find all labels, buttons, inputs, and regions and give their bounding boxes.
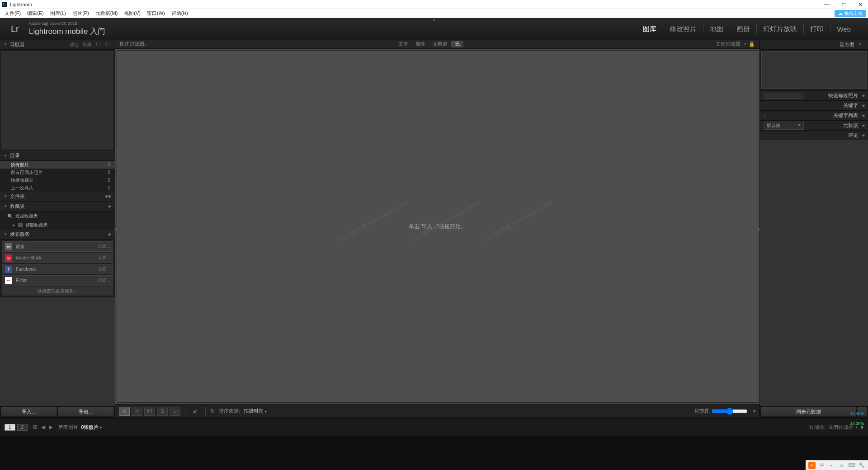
filmstrip-close-filter[interactable]: 关闭过滤器: [828, 424, 853, 431]
minimize-button[interactable]: —: [824, 1, 830, 8]
watermark: 小小软件迷 www.xxrjm.com: [410, 199, 481, 244]
publish-facebook[interactable]: fFacebook设置...: [2, 264, 113, 274]
keywording-header[interactable]: 关键字◀: [760, 100, 868, 110]
keyword-list-header[interactable]: + 关键字列表◀: [760, 110, 868, 120]
toolbar-menu-icon[interactable]: ▾: [753, 408, 756, 414]
menu-file[interactable]: 文件(F): [2, 9, 24, 18]
menu-window[interactable]: 窗口(W): [144, 9, 168, 18]
primary-display[interactable]: 1: [5, 424, 15, 431]
nav-back-icon[interactable]: ◀: [41, 424, 45, 430]
sync-metadata-button[interactable]: 同步元数据: [761, 407, 856, 417]
filmstrip[interactable]: [0, 436, 868, 470]
grid-view-button[interactable]: ⊞: [119, 407, 130, 416]
filter-close[interactable]: 关闭过滤器: [712, 41, 744, 47]
main-area: ▼ 导航器 适合 填满 1:1 3:1 ▼ 目录 所有照片0 所有已同步照片0 …: [0, 40, 868, 418]
catalog-header[interactable]: ▼ 目录: [0, 151, 115, 161]
metadata-header[interactable]: 默认值≡ 元数据◀: [760, 120, 868, 130]
chevron-down-icon: ▼: [858, 42, 862, 47]
menu-view[interactable]: 视图(V): [121, 9, 143, 18]
tray-keyboard-icon[interactable]: ⌨: [848, 462, 855, 469]
lock-icon[interactable]: 🔒: [749, 41, 755, 47]
filter-metadata[interactable]: 元数据: [429, 41, 451, 47]
menu-photo[interactable]: 照片(P): [70, 9, 92, 18]
filter-collections[interactable]: 🔍 过滤收藏夹: [0, 212, 115, 221]
navigator-preview[interactable]: [1, 51, 113, 150]
publish-flickr[interactable]: ••Flickr设置...: [2, 275, 113, 286]
add-folder-icon[interactable]: +▾: [104, 193, 111, 200]
collapse-left-icon[interactable]: ◀: [113, 226, 117, 231]
painter-button[interactable]: 🖌: [190, 407, 201, 416]
mobile-link[interactable]: Lightroom mobile 入门: [29, 26, 105, 37]
grid-icon[interactable]: ⊞: [33, 424, 38, 430]
publish-adobestock[interactable]: StAdobe Stock设置...: [2, 253, 113, 263]
comments-header[interactable]: 评论◀: [760, 130, 868, 140]
collapse-top-icon[interactable]: ▲: [432, 17, 436, 22]
menu-help[interactable]: 帮助(H): [169, 9, 191, 18]
catalog-quick[interactable]: 快捷收藏夹 +0: [0, 176, 115, 184]
publish-header[interactable]: ▼ 发布服务 +: [0, 230, 115, 240]
collapse-right-icon[interactable]: ▶: [758, 226, 761, 231]
tray-settings-icon[interactable]: 🔧: [858, 462, 865, 469]
metadata-preset-select[interactable]: 默认值≡: [764, 122, 804, 130]
navigator-header[interactable]: ▼ 导航器 适合 填满 1:1 3:1: [0, 40, 115, 50]
filter-none[interactable]: 无: [451, 41, 463, 47]
catalog-all-photos[interactable]: 所有照片0: [0, 161, 115, 169]
nav-fill[interactable]: 填满: [82, 42, 91, 48]
people-view-button[interactable]: ☺: [170, 407, 180, 416]
grid-view[interactable]: 小小软件迷 www.xxrjm.com 小小软件迷 www.xxrjm.com …: [117, 50, 758, 403]
watermark: 小小软件迷 www.xxrjm.com: [482, 199, 553, 244]
smart-collections[interactable]: ▶ 智能收藏夹: [0, 221, 115, 230]
tray-skin-icon[interactable]: ☺: [838, 462, 845, 469]
find-more-services[interactable]: 联机查找更多服务...: [2, 287, 113, 296]
sort-dropdown[interactable]: 拍摄时间 ▾: [244, 408, 267, 414]
sort-direction-icon[interactable]: ⇅: [210, 408, 214, 414]
catalog-last-import[interactable]: 上一次导入0: [0, 184, 115, 192]
nav-forward-icon[interactable]: ▶: [49, 424, 53, 430]
quick-develop-control[interactable]: [764, 93, 803, 99]
sogou-ime-icon[interactable]: S: [808, 462, 816, 469]
loupe-view-button[interactable]: ▭: [132, 407, 142, 416]
filter-label: 图库过滤器:: [120, 41, 146, 47]
quick-develop-header[interactable]: 快速修改照片◀: [760, 90, 868, 100]
module-web[interactable]: Web: [830, 25, 857, 33]
thumbnail-size-slider[interactable]: [712, 408, 748, 415]
histogram-header[interactable]: 直方图 ▼: [760, 40, 868, 50]
sync-dropdown[interactable]: 28% ↑ 14.4K/s↓ 18.3K/s: [857, 407, 867, 417]
survey-view-button[interactable]: ⊡: [157, 407, 168, 416]
add-keyword-icon[interactable]: +: [764, 113, 766, 118]
breadcrumb[interactable]: 所有照片 0张照片 ▾: [58, 424, 102, 431]
nav-fit[interactable]: 适合: [70, 42, 79, 48]
import-button[interactable]: 导入...: [1, 407, 57, 417]
chevron-down-icon[interactable]: ▾: [744, 42, 746, 46]
module-develop[interactable]: 修改照片: [663, 25, 703, 33]
publish-harddrive[interactable]: ▭硬盘设置...: [2, 241, 113, 252]
module-library[interactable]: 图库: [637, 25, 663, 33]
chevron-down-icon: ▼: [4, 194, 7, 198]
menu-edit[interactable]: 编辑(E): [24, 9, 47, 18]
nav-1to1[interactable]: 1:1: [95, 42, 101, 47]
nav-3to1[interactable]: 3:1: [105, 42, 111, 47]
ime-mode-icon[interactable]: 中: [818, 462, 826, 469]
tray-icon[interactable]: •,: [828, 462, 835, 469]
module-slideshow[interactable]: 幻灯片放映: [757, 25, 804, 33]
add-collection-icon[interactable]: +: [108, 203, 111, 210]
folders-header[interactable]: ▼ 文件夹 +▾: [0, 192, 115, 202]
module-print[interactable]: 打印: [804, 25, 830, 33]
menu-library[interactable]: 图库(L): [47, 9, 69, 18]
export-button[interactable]: 导出...: [58, 407, 114, 417]
maximize-button[interactable]: □: [842, 1, 845, 8]
upload-badge[interactable]: ☁ 拖拽上传: [835, 10, 866, 17]
compare-view-button[interactable]: XY: [144, 407, 155, 416]
catalog-synced[interactable]: 所有已同步照片0: [0, 169, 115, 176]
filter-text[interactable]: 文本: [395, 41, 412, 47]
filter-attribute[interactable]: 属性: [412, 41, 429, 47]
secondary-display[interactable]: 2: [17, 424, 28, 431]
close-button[interactable]: ✕: [858, 1, 863, 8]
thumbnail-label: 缩览图: [695, 408, 710, 414]
module-map[interactable]: 地图: [703, 25, 730, 33]
histogram[interactable]: [761, 51, 867, 89]
add-publish-icon[interactable]: +: [108, 231, 111, 238]
module-book[interactable]: 画册: [730, 25, 757, 33]
menu-metadata[interactable]: 元数据(M): [93, 9, 121, 18]
collections-header[interactable]: ▼ 收藏夹 +: [0, 202, 115, 212]
